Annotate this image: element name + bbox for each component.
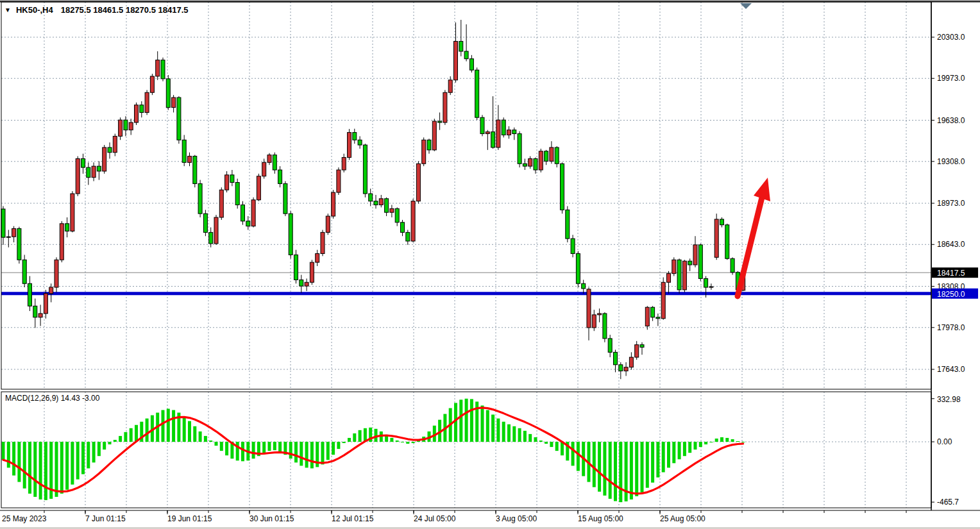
candle-body: [512, 130, 516, 134]
candle-body: [667, 274, 671, 283]
macd-bar: [108, 442, 112, 444]
macd-bar: [715, 439, 718, 442]
candle-body: [507, 130, 511, 135]
candle-body: [539, 151, 543, 170]
macd-bar: [656, 442, 659, 478]
candle-body: [172, 97, 176, 108]
candle-body: [480, 117, 484, 133]
macd-bar: [401, 442, 404, 442]
candle-body: [12, 229, 16, 237]
candle-body: [353, 133, 357, 140]
candle-body: [688, 261, 692, 265]
candle-body: [374, 201, 378, 205]
candle-body: [145, 92, 149, 112]
macd-bar: [342, 442, 346, 443]
macd-bar: [241, 442, 244, 461]
macd-bar: [672, 442, 675, 463]
macd-bar: [528, 434, 532, 442]
candle-body: [278, 170, 282, 183]
candle-body: [698, 245, 702, 279]
candle-body: [545, 151, 548, 162]
candle-body: [416, 164, 420, 201]
symbol-dropdown-icon: ▼: [4, 7, 11, 13]
candle-body: [358, 140, 362, 145]
candle-body: [129, 122, 133, 130]
candle-body: [496, 120, 500, 147]
candle-body: [108, 147, 112, 153]
macd-bar: [310, 442, 314, 468]
candle-body: [235, 182, 239, 205]
chart-canvas[interactable]: 20303.019973.019638.019308.018973.018643…: [0, 1, 980, 529]
candle-body: [576, 253, 580, 283]
candle-body: [332, 192, 335, 216]
candle-body: [422, 140, 426, 164]
macd-tick-label: 332.98: [937, 395, 961, 404]
candle-body: [294, 255, 298, 280]
candle-body: [379, 199, 383, 205]
macd-bar: [262, 442, 266, 453]
macd-bar: [486, 410, 489, 442]
candle-body: [214, 217, 218, 244]
macd-bar: [87, 442, 90, 468]
candle-body: [198, 183, 202, 214]
candle-body: [1, 209, 5, 237]
price-tick-label: 19973.0: [937, 74, 965, 83]
candle-body: [635, 345, 639, 357]
time-label: 19 Jun 01:15: [167, 514, 212, 523]
macd-bar: [300, 442, 303, 466]
candle-body: [385, 199, 389, 212]
candle-body: [209, 232, 213, 244]
candle-body: [714, 219, 718, 257]
macd-bar: [348, 438, 351, 442]
candle-body: [193, 156, 197, 184]
macd-bar: [539, 441, 543, 442]
macd-bar: [641, 442, 644, 492]
macd-bar: [396, 441, 399, 442]
candle-body: [55, 260, 58, 287]
candle-body: [33, 306, 37, 317]
macd-bar: [12, 442, 15, 476]
macd-bar: [167, 408, 170, 442]
candle-body: [443, 92, 447, 122]
macd-bar: [470, 399, 473, 442]
candle-body: [273, 155, 276, 170]
candle-body: [113, 136, 117, 152]
candle-body: [571, 239, 575, 253]
candle-body: [406, 232, 410, 241]
macd-bar: [598, 442, 601, 492]
candle-body: [140, 105, 144, 113]
price-tick-label: 19308.0: [937, 157, 965, 166]
macd-bar: [236, 442, 239, 460]
candle-body: [230, 175, 234, 183]
macd-bar: [17, 442, 21, 482]
candle-body: [454, 41, 458, 80]
candle-body: [677, 260, 681, 290]
candle-body: [348, 133, 351, 158]
macd-bar: [545, 442, 548, 444]
candle-body: [305, 282, 308, 286]
macd-bar: [199, 432, 202, 442]
macd-bar: [593, 442, 596, 487]
candle-body: [81, 158, 85, 167]
macd-bar: [359, 430, 362, 442]
macd-bar: [76, 442, 80, 480]
candle-body: [704, 278, 708, 287]
candle-body: [246, 221, 250, 226]
candle-body: [432, 121, 436, 150]
price-tick-label: 19638.0: [937, 116, 965, 125]
macd-bar: [305, 442, 308, 467]
candle-body: [241, 205, 245, 221]
candle-body: [326, 216, 330, 232]
candle-body: [267, 155, 271, 163]
candle-body: [300, 280, 303, 286]
macd-bar: [39, 442, 42, 500]
time-label: 7 Jun 01:15: [85, 514, 126, 523]
candle-body: [438, 121, 442, 122]
candle-body: [725, 225, 729, 259]
macd-bar: [646, 442, 649, 488]
macd-bar: [28, 442, 31, 494]
candle-body: [119, 120, 122, 136]
macd-bar: [55, 442, 58, 497]
macd-bar: [252, 442, 255, 458]
candle-body: [225, 175, 229, 190]
